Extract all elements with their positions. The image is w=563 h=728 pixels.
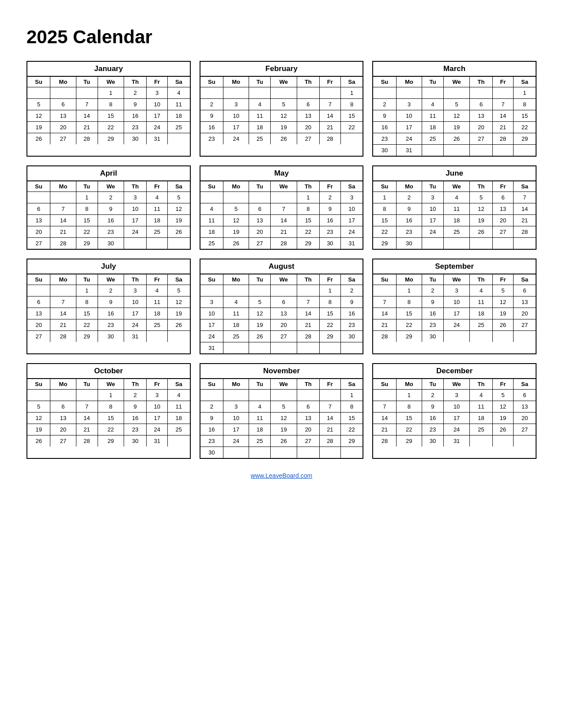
- calendar-day: 21: [514, 215, 536, 226]
- calendar-day: 19: [470, 215, 492, 226]
- calendar-day: 6: [514, 285, 536, 296]
- calendar-day: 29: [98, 435, 124, 447]
- calendar-day: 2: [319, 192, 340, 203]
- footer-link[interactable]: www.LeaveBoard.com: [26, 472, 537, 479]
- calendar-day: 3: [124, 192, 147, 203]
- calendar-day: 23: [373, 133, 396, 145]
- table-row: 232425262728: [200, 133, 363, 145]
- calendar-day: 15: [340, 110, 363, 122]
- calendar-day: 30: [319, 238, 340, 249]
- calendar-day: [297, 87, 319, 99]
- calendar-day: 2: [340, 285, 363, 296]
- calendar-day: 3: [200, 296, 223, 308]
- day-header-tu: Tu: [76, 274, 98, 285]
- calendar-day: 15: [396, 413, 422, 424]
- calendar-day: 29: [396, 435, 422, 447]
- calendar-day: 26: [470, 226, 492, 238]
- calendar-day: 8: [396, 296, 422, 308]
- calendar-day: 3: [443, 390, 470, 401]
- calendar-day: [340, 447, 363, 458]
- day-header-th: Th: [470, 181, 492, 192]
- calendar-day: 6: [271, 296, 297, 308]
- calendar-day: 17: [422, 215, 443, 226]
- calendar-day: 2: [200, 401, 223, 413]
- calendar-day: 27: [514, 424, 536, 435]
- calendar-day: 25: [443, 226, 470, 238]
- calendar-day: 31: [147, 435, 168, 447]
- calendar-day: 18: [249, 122, 271, 133]
- day-header-sa: Sa: [340, 379, 363, 390]
- calendar-day: 6: [27, 203, 50, 215]
- calendar-day: [422, 238, 443, 249]
- calendar-day: 4: [223, 296, 249, 308]
- table-row: 891011121314: [373, 203, 536, 215]
- day-header-mo: Mo: [50, 379, 76, 390]
- calendar-day: 10: [147, 99, 168, 110]
- calendar-day: [223, 342, 249, 354]
- table-row: 21222324252627: [373, 319, 536, 331]
- day-header-su: Su: [27, 379, 50, 390]
- calendar-day: [422, 145, 443, 156]
- table-row: 19202122232425: [27, 122, 190, 133]
- calendar-day: 26: [271, 435, 297, 447]
- day-header-mo: Mo: [50, 181, 76, 192]
- calendar-day: 21: [297, 319, 319, 331]
- calendar-day: [297, 447, 319, 458]
- day-header-th: Th: [124, 379, 147, 390]
- calendar-day: 26: [249, 331, 271, 342]
- calendar-day: 31: [200, 342, 223, 354]
- calendar-day: 29: [76, 238, 98, 249]
- calendar-day: 16: [422, 413, 443, 424]
- day-header-tu: Tu: [249, 181, 271, 192]
- calendar-day: 28: [76, 133, 98, 145]
- calendar-day: 19: [271, 122, 297, 133]
- month-august: AugustSuMoTuWeThFrSa12345678910111213141…: [200, 259, 364, 354]
- calendar-day: 19: [492, 413, 514, 424]
- calendar-day: 8: [514, 99, 536, 110]
- calendar-day: 5: [27, 99, 50, 110]
- calendar-day: 5: [168, 192, 190, 203]
- calendar-day: 17: [124, 215, 147, 226]
- calendar-day: 29: [297, 238, 319, 249]
- calendar-day: 13: [249, 215, 271, 226]
- calendar-day: 3: [443, 285, 470, 296]
- calendar-day: 10: [124, 296, 147, 308]
- day-header-tu: Tu: [76, 379, 98, 390]
- calendar-day: 27: [514, 319, 536, 331]
- calendar-day: 17: [223, 122, 249, 133]
- table-row: 2728293031: [27, 331, 190, 342]
- calendar-day: 10: [147, 401, 168, 413]
- calendar-day: 4: [470, 390, 492, 401]
- day-header-tu: Tu: [422, 274, 443, 285]
- calendar-day: 14: [76, 110, 98, 122]
- month-july: JulySuMoTuWeThFrSa1234567891011121314151…: [26, 259, 191, 354]
- calendar-day: 23: [396, 226, 422, 238]
- calendar-day: 23: [200, 435, 223, 447]
- calendar-day: [147, 331, 168, 342]
- calendar-day: 18: [470, 413, 492, 424]
- calendar-day: 23: [200, 133, 223, 145]
- calendar-day: 31: [124, 331, 147, 342]
- calendar-day: 14: [76, 413, 98, 424]
- calendar-day: 3: [223, 401, 249, 413]
- calendar-day: 14: [319, 413, 340, 424]
- calendar-day: 7: [297, 296, 319, 308]
- calendar-day: 24: [147, 424, 168, 435]
- table-row: 78910111213: [373, 401, 536, 413]
- calendar-day: [470, 238, 492, 249]
- month-title-april: April: [27, 166, 190, 181]
- day-header-sa: Sa: [168, 274, 190, 285]
- calendar-day: 11: [168, 401, 190, 413]
- calendar-day: 31: [340, 238, 363, 249]
- table-row: 9101112131415: [373, 110, 536, 122]
- calendar-day: 18: [168, 110, 190, 122]
- calendar-day: 29: [373, 238, 396, 249]
- calendar-day: 28: [50, 331, 76, 342]
- calendar-day: 24: [223, 133, 249, 145]
- calendar-day: 2: [396, 192, 422, 203]
- day-header-th: Th: [297, 181, 319, 192]
- calendar-day: 15: [76, 308, 98, 319]
- calendar-day: [147, 238, 168, 249]
- day-header-sa: Sa: [168, 181, 190, 192]
- calendar-day: 2: [422, 390, 443, 401]
